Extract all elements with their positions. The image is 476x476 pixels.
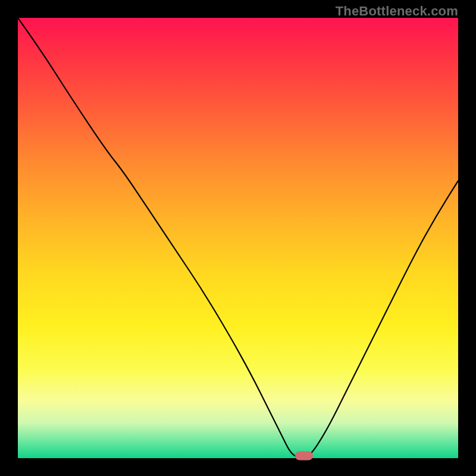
bottleneck-curve [18, 18, 458, 458]
chart-frame: TheBottleneck.com [0, 0, 476, 476]
plot-area [18, 18, 458, 458]
optimal-marker [295, 452, 313, 461]
watermark-text: TheBottleneck.com [336, 4, 458, 19]
